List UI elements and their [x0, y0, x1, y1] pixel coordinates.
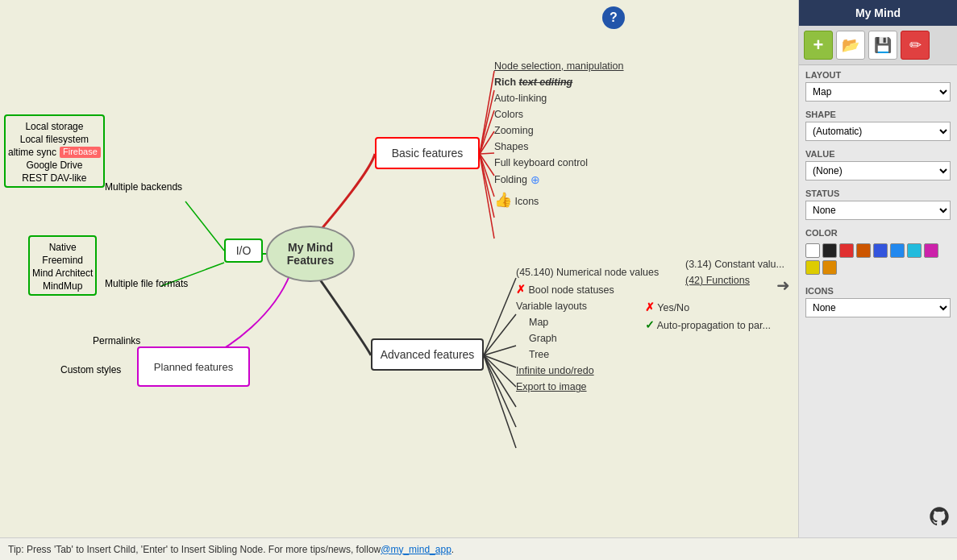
feature-undo[interactable]: Infinite undo/redo	[516, 363, 659, 379]
sidebar-toolbar: + 📂 💾 ✏	[799, 26, 957, 65]
feature-node-selection[interactable]: Node selection, manipulation	[494, 58, 624, 74]
backends-group: Local storage Local filesystem altime sy…	[8, 121, 101, 184]
feature-zooming[interactable]: Zooming	[494, 122, 624, 139]
layout-section: LAYOUT Map Graph Tree	[799, 65, 957, 105]
formats-group: Native Freemind Mind Architect MindMup	[32, 242, 93, 292]
mindmap-lines	[0, 0, 798, 537]
feature-bool[interactable]: ✗ Bool node statuses	[516, 280, 659, 298]
svg-line-11	[484, 278, 516, 355]
sidebar: My Mind + 📂 💾 ✏ LAYOUT Map Graph Tree SH…	[798, 0, 957, 537]
canvas[interactable]: ?	[0, 0, 798, 537]
permalinks-label[interactable]: Permalinks	[93, 335, 140, 346]
color-red[interactable]	[839, 243, 854, 258]
feature-rich-text[interactable]: Rich text editing	[494, 74, 624, 90]
svg-line-14	[484, 355, 516, 367]
color-section: COLOR	[799, 223, 957, 281]
svg-line-9	[480, 154, 494, 218]
feature-numerical[interactable]: (45.140) Numerical node values	[516, 264, 659, 280]
color-blue[interactable]	[873, 243, 888, 258]
io-node[interactable]: I/O	[224, 239, 263, 263]
mindmup-label[interactable]: MindMup	[32, 280, 93, 292]
google-drive-label[interactable]: Google Drive	[8, 160, 101, 171]
new-button[interactable]: +	[804, 31, 833, 60]
bottom-bar: Tip: Press 'Tab' to Insert Child, 'Enter…	[0, 537, 957, 560]
feature-functions[interactable]: (42) Functions	[685, 272, 784, 288]
feature-graph[interactable]: Graph	[529, 330, 659, 346]
multiple-backends-label: Multiple backends	[105, 181, 182, 193]
help-button[interactable]: ?	[602, 6, 625, 29]
github-button[interactable]	[928, 505, 951, 531]
feature-export[interactable]: Export to image	[516, 379, 659, 395]
custom-styles-label[interactable]: Custom styles	[60, 364, 121, 375]
svg-line-16	[484, 355, 516, 407]
svg-line-8	[480, 154, 494, 197]
native-label[interactable]: Native	[32, 242, 93, 253]
feature-folding[interactable]: Folding ⊕	[494, 171, 624, 189]
svg-line-4	[480, 110, 494, 154]
color-pink[interactable]	[924, 243, 938, 258]
rest-dav-label[interactable]: REST DAV-like	[8, 172, 101, 184]
color-amber[interactable]	[822, 260, 837, 275]
svg-line-6	[480, 153, 494, 154]
feature-colors[interactable]: Colors	[494, 106, 624, 122]
basic-features-node[interactable]: Basic features	[375, 137, 480, 169]
svg-line-10	[480, 154, 494, 239]
svg-line-7	[480, 154, 494, 176]
planned-features-node[interactable]: Planned features	[137, 346, 250, 387]
edit-button[interactable]: ✏	[901, 31, 930, 60]
feature-map[interactable]: Map	[529, 314, 659, 330]
svg-line-2	[480, 71, 494, 154]
shape-section: SHAPE (Automatic) Rectangle Ellipse	[799, 105, 957, 144]
color-light-blue[interactable]	[890, 243, 905, 258]
mind-architect-label[interactable]: Mind Architect	[32, 268, 93, 279]
multiple-formats-label: Multiple file formats	[105, 278, 188, 289]
svg-line-15	[484, 355, 516, 387]
status-select[interactable]: None	[805, 201, 951, 220]
open-button[interactable]: 📂	[836, 31, 865, 60]
icons-section: ICONS None	[799, 281, 957, 321]
save-button[interactable]: 💾	[868, 31, 897, 60]
feature-yesno[interactable]: ✗ Yes/No	[645, 298, 771, 316]
color-yellow[interactable]	[805, 260, 820, 275]
local-filesystem-label[interactable]: Local filesystem	[8, 134, 101, 145]
feature-auto-linking[interactable]: Auto-linking	[494, 90, 624, 106]
feature-constant[interactable]: (3.14) Constant valu...	[685, 256, 784, 272]
advanced-features-list: (45.140) Numerical node values ✗ Bool no…	[516, 264, 659, 395]
color-white[interactable]	[805, 243, 820, 258]
firebase-label[interactable]: altime syncFirebase	[8, 147, 101, 158]
feature-tree[interactable]: Tree	[529, 346, 659, 363]
scroll-right-button[interactable]: ➜	[776, 276, 790, 295]
layout-label: LAYOUT	[805, 70, 951, 80]
layout-select[interactable]: Map Graph Tree	[805, 82, 951, 102]
color-black[interactable]	[822, 243, 837, 258]
status-section: STATUS None	[799, 184, 957, 223]
shape-select[interactable]: (Automatic) Rectangle Ellipse	[805, 122, 951, 141]
color-cyan[interactable]	[907, 243, 922, 258]
freemind-label[interactable]: Freemind	[32, 255, 93, 266]
twitter-link[interactable]: @my_mind_app	[381, 544, 451, 555]
value-section: VALUE (None)	[799, 144, 957, 184]
svg-line-13	[484, 346, 516, 355]
feature-keyboard[interactable]: Full keyboard control	[494, 155, 624, 171]
feature-variable-layouts[interactable]: Variable layouts	[516, 298, 659, 314]
feature-shapes[interactable]: Shapes	[494, 139, 624, 155]
color-swatches	[805, 240, 951, 278]
tip-end: .	[451, 544, 454, 555]
basic-features-list: Node selection, manipulation Rich text e…	[494, 58, 624, 212]
local-storage-label[interactable]: Local storage	[8, 121, 101, 132]
feature-propagation[interactable]: ✓ Auto-propagation to par...	[645, 316, 771, 334]
icons-select[interactable]: None	[805, 298, 951, 317]
feature-icons[interactable]: 👍 Icons	[494, 189, 624, 212]
right-panel-list: (3.14) Constant valu... (42) Functions	[685, 256, 784, 288]
shape-label: SHAPE	[805, 110, 951, 119]
svg-line-0	[185, 201, 224, 251]
color-orange[interactable]	[856, 243, 871, 258]
svg-line-5	[480, 131, 494, 154]
center-node[interactable]: My Mind Features	[266, 226, 355, 282]
sidebar-title: My Mind	[799, 0, 957, 26]
svg-line-3	[480, 90, 494, 154]
advanced-features-node[interactable]: Advanced features	[371, 338, 484, 371]
value-select[interactable]: (None)	[805, 161, 951, 180]
value-label: VALUE	[805, 149, 951, 159]
tip-text: Tip: Press 'Tab' to Insert Child, 'Enter…	[8, 544, 381, 555]
